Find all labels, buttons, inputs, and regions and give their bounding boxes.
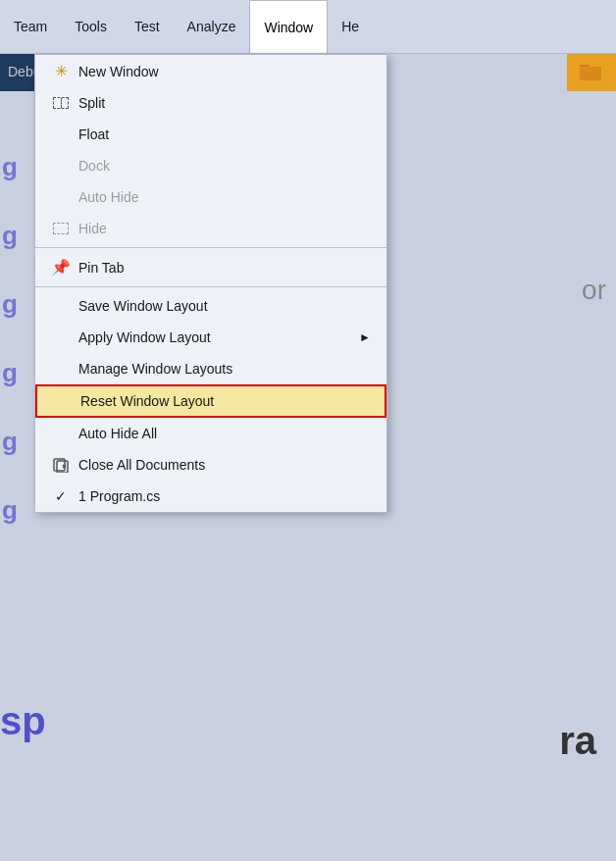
menu-item-test[interactable]: Test: [121, 0, 174, 53]
close-all-docs-label: Close All Documents: [78, 457, 371, 473]
float-label: Float: [78, 127, 371, 142]
menu-auto-hide: Auto Hide: [35, 181, 386, 213]
auto-hide-all-label: Auto Hide All: [78, 426, 371, 441]
menu-1-program-cs[interactable]: ✓ 1 Program.cs: [35, 481, 386, 512]
menu-item-tools[interactable]: Tools: [61, 0, 121, 53]
dock-label: Dock: [78, 158, 371, 174]
menu-close-all-documents[interactable]: Close All Documents: [35, 449, 386, 481]
hide-icon: [47, 223, 75, 234]
menu-dock: Dock: [35, 150, 386, 181]
menu-float[interactable]: Float: [35, 119, 386, 150]
program-cs-label: 1 Program.cs: [78, 488, 371, 504]
hide-label: Hide: [78, 221, 371, 236]
new-window-icon: ✳: [47, 62, 75, 80]
menu-save-window-layout[interactable]: Save Window Layout: [35, 290, 386, 322]
menu-pin-tab[interactable]: 📌 Pin Tab: [35, 251, 386, 283]
bg-letter-4: g: [2, 358, 18, 388]
menu-manage-window-layouts[interactable]: Manage Window Layouts: [35, 353, 386, 384]
bg-letter-1: g: [2, 152, 18, 182]
menu-bar: Team Tools Test Analyze Window He: [0, 0, 616, 54]
menu-item-window[interactable]: Window: [249, 0, 328, 53]
bg-letter-5: g: [2, 427, 18, 457]
bg-letter-2: g: [2, 221, 18, 251]
menu-hide: Hide: [35, 213, 386, 244]
menu-split[interactable]: Split: [35, 87, 386, 119]
separator-2: [35, 286, 386, 287]
menu-item-analyze[interactable]: Analyze: [174, 0, 250, 53]
pin-tab-icon: 📌: [47, 258, 75, 277]
pin-tab-label: Pin Tab: [78, 260, 371, 276]
split-icon: [47, 97, 75, 109]
menu-auto-hide-all[interactable]: Auto Hide All: [35, 418, 386, 449]
bg-letter-6: g: [2, 495, 18, 526]
split-label: Split: [78, 95, 371, 111]
reset-window-layout-label: Reset Window Layout: [80, 393, 369, 409]
bg-or-text: or: [582, 275, 606, 306]
svg-rect-2: [580, 67, 601, 80]
window-dropdown-menu: ✳ New Window Split Float Dock Auto Hide …: [34, 54, 387, 513]
submenu-arrow: ►: [359, 330, 371, 344]
menu-reset-window-layout[interactable]: Reset Window Layout: [35, 384, 386, 418]
new-window-label: New Window: [78, 64, 371, 79]
separator-1: [35, 247, 386, 248]
menu-new-window[interactable]: ✳ New Window: [35, 55, 386, 87]
close-all-docs-icon: [47, 457, 75, 473]
manage-window-layouts-label: Manage Window Layouts: [78, 361, 371, 377]
auto-hide-label: Auto Hide: [78, 189, 371, 205]
bg-sp-text: sp: [0, 699, 46, 743]
menu-item-he[interactable]: He: [328, 0, 373, 53]
bg-ra-text: ra: [559, 719, 596, 763]
folder-icon: [567, 54, 616, 91]
save-window-layout-label: Save Window Layout: [78, 298, 371, 314]
bg-letter-3: g: [2, 289, 18, 320]
apply-window-layout-label: Apply Window Layout: [78, 329, 359, 345]
menu-apply-window-layout[interactable]: Apply Window Layout ►: [35, 322, 386, 353]
checkmark-icon: ✓: [47, 488, 75, 504]
menu-item-team[interactable]: Team: [0, 0, 61, 53]
